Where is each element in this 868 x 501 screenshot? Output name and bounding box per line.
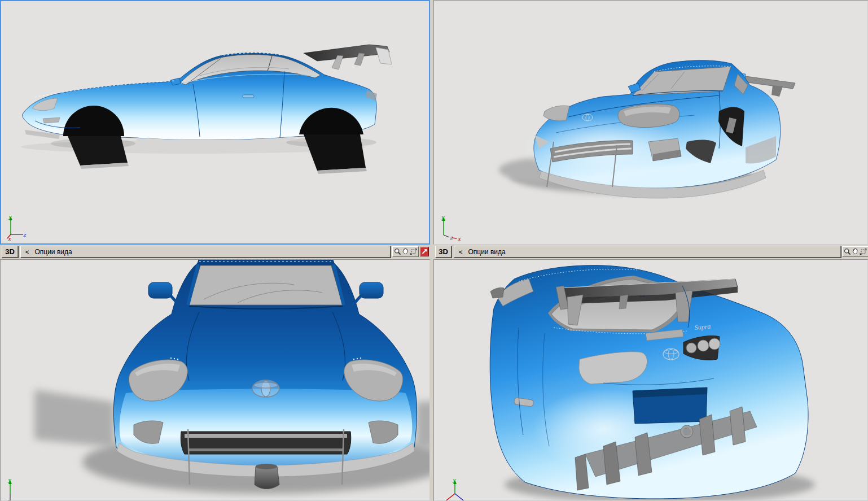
view-tools-group bbox=[392, 246, 419, 257]
zoom-icon[interactable] bbox=[394, 248, 401, 255]
viewport-toolbar-right: 3D < Опции вида bbox=[433, 245, 868, 259]
view-options-label: Опции вида bbox=[468, 248, 505, 256]
pan-icon[interactable] bbox=[402, 248, 409, 255]
zoom-icon[interactable] bbox=[844, 248, 851, 255]
maximize-icon[interactable] bbox=[420, 247, 429, 256]
pan-icon[interactable] bbox=[852, 248, 859, 255]
viewport-bottom-right[interactable]: Supra bbox=[433, 259, 868, 501]
orbit-icon[interactable] bbox=[410, 248, 417, 255]
supra-rear-quarter-render: Supra bbox=[434, 260, 867, 500]
viewport-toolbar-left: 3D < Опции вида bbox=[0, 245, 430, 259]
viewport-bottom-left[interactable]: y z x bbox=[0, 259, 430, 501]
viewport-top-right[interactable]: y z x bbox=[433, 0, 868, 245]
supra-badge: Supra bbox=[694, 323, 711, 332]
view-options-label: Опции вида bbox=[34, 248, 72, 256]
view-options-bar[interactable]: < Опции вида bbox=[454, 246, 841, 258]
toyota-logo bbox=[252, 380, 279, 397]
collapse-arrow-icon[interactable]: < bbox=[459, 249, 462, 255]
supra-front-quarter-render bbox=[434, 1, 867, 244]
view-options-bar[interactable]: < Опции вида bbox=[20, 246, 391, 258]
view-mode-button[interactable]: 3D bbox=[2, 246, 18, 258]
view-tools-group bbox=[842, 246, 868, 257]
viewport-top-left[interactable]: y z x bbox=[0, 0, 430, 245]
view-mode-button[interactable]: 3D bbox=[435, 246, 451, 258]
zmodeler-workspace: { "toolbars": [ { "id": "left", "view_bu… bbox=[0, 0, 868, 501]
orbit-icon[interactable] bbox=[860, 248, 867, 255]
supra-front-view-render bbox=[1, 260, 429, 500]
collapse-arrow-icon[interactable]: < bbox=[25, 249, 29, 255]
supra-side-view-render bbox=[1, 1, 429, 243]
